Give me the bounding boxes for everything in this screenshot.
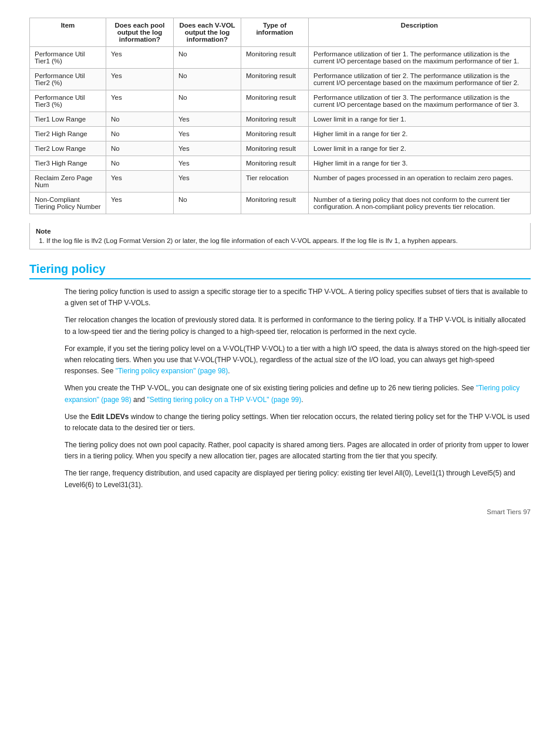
cell-type: Monitoring result xyxy=(241,112,309,127)
col-header-vvol: Does each V-VOL output the log informati… xyxy=(174,18,241,47)
page-footer: Smart Tiers 97 xyxy=(29,508,531,515)
cell-desc: Higher limit in a range for tier 3. xyxy=(309,156,531,171)
col-header-desc: Description xyxy=(309,18,531,47)
cell-item: Tier3 High Range xyxy=(30,156,106,171)
cell-item: Non-Compliant Tiering Policy Number xyxy=(30,193,106,214)
note-list: If the log file is lfv2 (Log Format Vers… xyxy=(46,237,524,244)
cell-vvol: No xyxy=(174,193,241,214)
cell-type: Monitoring result xyxy=(241,156,309,171)
cell-pool: Yes xyxy=(106,171,174,193)
cell-desc: Lower limit in a range for tier 2. xyxy=(309,141,531,156)
cell-item: Performance Util Tier2 (%) xyxy=(30,69,106,90)
para-7: The tier range, frequency distribution, … xyxy=(65,468,531,490)
cell-vvol: No xyxy=(174,90,241,112)
note-title: Note xyxy=(36,228,524,235)
para-1: The tiering policy function is used to a… xyxy=(65,286,531,309)
col-header-type: Type of information xyxy=(241,18,309,47)
cell-pool: No xyxy=(106,156,174,171)
cell-pool: No xyxy=(106,141,174,156)
cell-type: Monitoring result xyxy=(241,193,309,214)
edit-ldevs-bold: Edit LDEVs xyxy=(91,413,129,421)
cell-desc: Performance utilization of tier 3. The p… xyxy=(309,90,531,112)
cell-vvol: No xyxy=(174,47,241,69)
cell-type: Monitoring result xyxy=(241,141,309,156)
cell-vvol: Yes xyxy=(174,127,241,141)
link-tiering-expansion-1[interactable]: "Tiering policy expansion" (page 98) xyxy=(116,367,228,375)
table-row: Performance Util Tier3 (%)YesNoMonitorin… xyxy=(30,90,531,112)
cell-pool: No xyxy=(106,112,174,127)
link-setting-tiering-policy[interactable]: "Setting tiering policy on a THP V-VOL" … xyxy=(147,396,301,404)
cell-type: Monitoring result xyxy=(241,127,309,141)
cell-item: Performance Util Tier1 (%) xyxy=(30,47,106,69)
table-row: Tier3 High RangeNoYesMonitoring resultHi… xyxy=(30,156,531,171)
cell-pool: Yes xyxy=(106,90,174,112)
cell-vvol: No xyxy=(174,69,241,90)
cell-desc: Number of a tiering policy that does not… xyxy=(309,193,531,214)
cell-desc: Lower limit in a range for tier 1. xyxy=(309,112,531,127)
cell-vvol: Yes xyxy=(174,112,241,127)
table-row: Performance Util Tier1 (%)YesNoMonitorin… xyxy=(30,47,531,69)
cell-pool: No xyxy=(106,127,174,141)
note-box: Note If the log file is lfv2 (Log Format… xyxy=(29,223,531,249)
section-title: Tiering policy xyxy=(29,262,531,279)
cell-pool: Yes xyxy=(106,193,174,214)
note-item: If the log file is lfv2 (Log Format Vers… xyxy=(46,237,524,244)
cell-item: Tier2 High Range xyxy=(30,127,106,141)
cell-vvol: Yes xyxy=(174,141,241,156)
para-3: For example, if you set the tiering poli… xyxy=(65,343,531,377)
cell-type: Monitoring result xyxy=(241,90,309,112)
cell-pool: Yes xyxy=(106,69,174,90)
cell-vvol: Yes xyxy=(174,156,241,171)
cell-desc: Number of pages processed in an operatio… xyxy=(309,171,531,193)
cell-item: Tier2 Low Range xyxy=(30,141,106,156)
col-header-item: Item xyxy=(30,18,106,47)
cell-desc: Higher limit in a range for tier 2. xyxy=(309,127,531,141)
footer-text: Smart Tiers 97 xyxy=(487,508,531,515)
para-6: The tiering policy does not own pool cap… xyxy=(65,440,531,462)
table-row: Reclaim Zero Page NumYesYesTier relocati… xyxy=(30,171,531,193)
cell-item: Performance Util Tier3 (%) xyxy=(30,90,106,112)
para-2: Tier relocation changes the location of … xyxy=(65,315,531,337)
table-row: Performance Util Tier2 (%)YesNoMonitorin… xyxy=(30,69,531,90)
table-row: Tier2 High RangeNoYesMonitoring resultHi… xyxy=(30,127,531,141)
table-row: Non-Compliant Tiering Policy NumberYesNo… xyxy=(30,193,531,214)
para-4: When you create the THP V-VOL, you can d… xyxy=(65,383,531,405)
table-row: Tier2 Low RangeNoYesMonitoring resultLow… xyxy=(30,141,531,156)
cell-type: Monitoring result xyxy=(241,47,309,69)
cell-vvol: Yes xyxy=(174,171,241,193)
cell-item: Reclaim Zero Page Num xyxy=(30,171,106,193)
cell-desc: Performance utilization of tier 1. The p… xyxy=(309,47,531,69)
col-header-pool: Does each pool output the log informatio… xyxy=(106,18,174,47)
para-5: Use the Edit LDEVs window to change the … xyxy=(65,411,531,434)
main-table: Item Does each pool output the log infor… xyxy=(29,18,531,214)
cell-type: Monitoring result xyxy=(241,69,309,90)
table-row: Tier1 Low RangeNoYesMonitoring resultLow… xyxy=(30,112,531,127)
cell-item: Tier1 Low Range xyxy=(30,112,106,127)
cell-desc: Performance utilization of tier 2. The p… xyxy=(309,69,531,90)
cell-type: Tier relocation xyxy=(241,171,309,193)
cell-pool: Yes xyxy=(106,47,174,69)
